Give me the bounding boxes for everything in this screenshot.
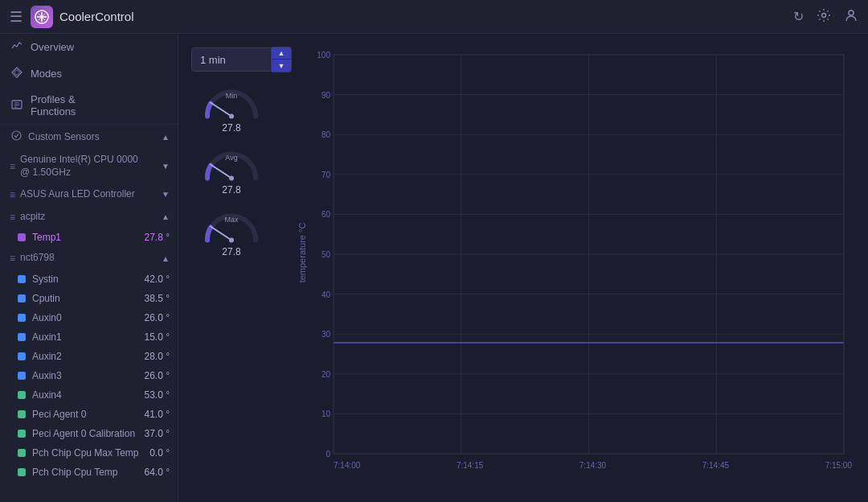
chart-container: temperature °C 0102030405060708090100 [303, 47, 852, 458]
svg-text:60: 60 [321, 210, 331, 219]
acpitz-name: acpitz [20, 211, 157, 224]
acpitz-icon: ≡ [10, 212, 15, 223]
time-input[interactable] [191, 47, 272, 72]
svg-text:Max: Max [224, 216, 239, 224]
sensor-name-auxin4: Auxin4 [32, 389, 138, 401]
content-area: ▲ ▼ Min [178, 34, 868, 502]
menu-icon[interactable]: ☰ [10, 8, 23, 26]
sidebar: Overview Modes Profiles &Functions [0, 34, 178, 502]
custom-sensors-chevron: ▲ [162, 133, 170, 142]
sensor-peci0cal[interactable]: Peci Agent 0 Calibration 37.0 ° [0, 424, 178, 443]
sensor-value-peci0: 41.0 ° [145, 409, 170, 420]
app-title: CoolerControl [59, 10, 793, 23]
time-arrow-down[interactable]: ▼ [272, 60, 291, 72]
gauge-avg-value: 27.8 [222, 184, 240, 195]
profiles-label: Profiles &Functions [31, 93, 76, 117]
sensor-value-peci0cal: 37.0 ° [145, 428, 170, 439]
svg-point-13 [12, 131, 21, 140]
sensor-pch-chip-max[interactable]: Pch Chip Cpu Max Temp 0.0 ° [0, 443, 178, 463]
time-arrow-up[interactable]: ▲ [272, 47, 291, 60]
sensor-dot-pch-chip-max [18, 449, 26, 457]
svg-marker-8 [14, 70, 20, 76]
overview-label: Overview [31, 41, 74, 53]
header-actions: ↻ [793, 8, 858, 26]
svg-text:70: 70 [321, 171, 331, 179]
sensor-value-pch-chip-max: 0.0 ° [149, 447, 170, 459]
svg-text:20: 20 [321, 370, 331, 379]
sensor-name-auxin3: Auxin3 [32, 370, 138, 381]
sensor-value-auxin3: 26.0 ° [145, 370, 170, 381]
sensor-dot-auxin3 [18, 372, 26, 380]
sidebar-item-modes[interactable]: Modes [0, 60, 178, 87]
sensor-peci0[interactable]: Peci Agent 0 41.0 ° [0, 405, 178, 424]
sensor-temp1[interactable]: Temp1 27.8 ° [0, 228, 178, 247]
app-logo [31, 6, 53, 28]
sensor-name-pch-chip: Pch Chip Cpu Temp [32, 467, 138, 478]
sensor-name-auxin0: Auxin0 [32, 312, 138, 323]
svg-point-18 [229, 176, 234, 181]
svg-point-21 [229, 238, 234, 243]
sensor-dot-cputin [18, 294, 26, 302]
refresh-icon[interactable]: ↻ [793, 9, 804, 24]
asus-aura-name: ASUS Aura LED Controller [20, 188, 157, 201]
svg-text:Avg: Avg [225, 154, 237, 162]
nct6798-name: nct6798 [20, 252, 157, 265]
sensor-value-auxin1: 15.0 ° [145, 331, 170, 343]
sensor-dot-pch-chip [18, 468, 26, 476]
time-selector: ▲ ▼ [191, 47, 292, 72]
sensor-dot-auxin1 [18, 333, 26, 341]
sensor-name-auxin1: Auxin1 [32, 331, 138, 343]
sensor-dot-temp1 [18, 233, 26, 241]
sensor-auxin0[interactable]: Auxin0 26.0 ° [0, 308, 178, 327]
intel-cpu-icon: ≡ [10, 161, 15, 172]
device-intel-cpu[interactable]: ≡ Genuine Intel(R) CPU 0000@ 1.50GHz ▼ [0, 149, 178, 183]
x-label-1: 7:14:15 [457, 461, 483, 470]
profile-icon[interactable] [844, 8, 858, 26]
asus-aura-icon: ≡ [10, 189, 15, 200]
svg-point-6 [849, 10, 854, 15]
svg-text:50: 50 [321, 250, 331, 259]
gauge-max: Max 27.8 [191, 202, 272, 257]
sidebar-item-profiles[interactable]: Profiles &Functions [0, 87, 178, 124]
sensor-dot-auxin2 [18, 352, 26, 360]
x-axis-labels: 7:14:00 7:14:15 7:14:30 7:14:45 7:15:00 [303, 458, 852, 470]
sensor-pch-chip[interactable]: Pch Chip Cpu Temp 64.0 ° [0, 463, 178, 482]
nct6798-chevron: ▲ [162, 254, 170, 263]
device-nct6798[interactable]: ≡ nct6798 ▲ [0, 247, 178, 270]
sensor-dot-auxin4 [18, 391, 26, 399]
sensor-auxin1[interactable]: Auxin1 15.0 ° [0, 327, 178, 347]
custom-sensors-label: Custom Sensors [28, 131, 155, 142]
svg-line-20 [211, 227, 231, 241]
sensor-value-cputin: 38.5 ° [145, 293, 170, 304]
asus-aura-chevron: ▼ [162, 190, 170, 199]
sensor-value-temp1: 27.8 ° [145, 232, 170, 243]
svg-text:100: 100 [317, 51, 330, 60]
sensor-name-pch-chip-max: Pch Chip Cpu Max Temp [32, 447, 143, 459]
svg-text:40: 40 [321, 290, 331, 299]
device-asus-aura[interactable]: ≡ ASUS Aura LED Controller ▼ [0, 183, 178, 206]
intel-cpu-name: Genuine Intel(R) CPU 0000@ 1.50GHz [20, 154, 157, 179]
svg-text:30: 30 [321, 330, 331, 339]
sensor-auxin3[interactable]: Auxin3 26.0 ° [0, 366, 178, 385]
sensor-systin[interactable]: Systin 42.0 ° [0, 270, 178, 289]
x-label-2: 7:14:30 [579, 461, 606, 470]
sensor-dot-auxin0 [18, 314, 26, 322]
sidebar-item-overview[interactable]: Overview [0, 34, 178, 60]
sensor-cputin[interactable]: Cputin 38.5 ° [0, 289, 178, 308]
sensor-auxin4[interactable]: Auxin4 53.0 ° [0, 385, 178, 405]
svg-text:10: 10 [321, 409, 331, 418]
svg-text:Min: Min [226, 92, 238, 100]
time-arrows: ▲ ▼ [272, 47, 292, 72]
svg-line-14 [211, 103, 231, 117]
device-icon[interactable] [817, 8, 831, 26]
device-acpitz[interactable]: ≡ acpitz ▲ [0, 206, 178, 228]
custom-sensors-section[interactable]: Custom Sensors ▲ [0, 124, 178, 149]
sensor-name-peci0: Peci Agent 0 [32, 409, 138, 420]
sensor-name-auxin2: Auxin2 [32, 351, 138, 362]
gauge-max-value: 27.8 [222, 246, 240, 257]
gauge-avg: Avg 27.8 [191, 140, 272, 195]
sensor-value-auxin4: 53.0 ° [145, 389, 170, 401]
nct6798-icon: ≡ [10, 253, 15, 264]
svg-point-5 [822, 13, 826, 17]
sensor-auxin2[interactable]: Auxin2 28.0 ° [0, 347, 178, 366]
